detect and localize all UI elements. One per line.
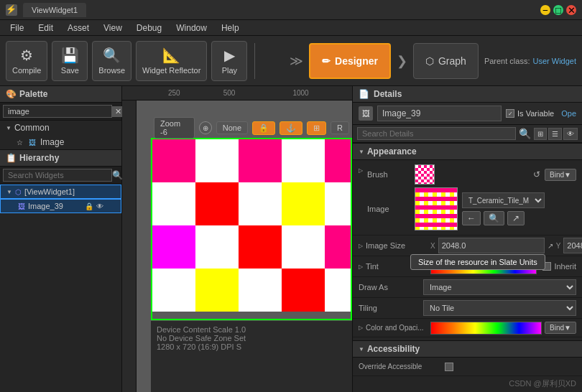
- override-accessible-value: [445, 363, 576, 371]
- tiling-row: Tiling No Tile: [353, 298, 582, 319]
- y-label: Y: [556, 242, 561, 250]
- widget-reflector-button[interactable]: 📐 Widget Reflector: [136, 41, 207, 81]
- view-eye-button[interactable]: 👁: [563, 128, 578, 140]
- hier-child-icon: 🖼: [18, 202, 25, 210]
- ruler-mark-500: 500: [223, 89, 236, 97]
- canvas-none-button[interactable]: None: [216, 121, 248, 134]
- image-search-button[interactable]: 🔍: [484, 211, 504, 225]
- brush-reset-icon[interactable]: ↺: [533, 169, 540, 179]
- section-triangle-icon: ▼: [359, 149, 364, 155]
- open-label[interactable]: Ope: [561, 109, 576, 118]
- canvas-grid-btn[interactable]: ⊞: [307, 121, 326, 135]
- play-icon: ▶: [224, 47, 235, 64]
- appearance-section-header: ▼ Appearance: [353, 143, 582, 160]
- details-search-input[interactable]: [357, 127, 516, 140]
- maximize-button[interactable]: □: [553, 5, 563, 15]
- graph-icon: ⬡: [425, 55, 434, 67]
- designer-label: Designer: [335, 55, 378, 67]
- svg-rect-19: [195, 225, 239, 269]
- designer-icon: ✏: [322, 55, 331, 67]
- widget-name-input[interactable]: [377, 106, 502, 121]
- hierarchy-root-label: [ViewWidget1]: [24, 187, 75, 196]
- browse-button[interactable]: 🔍 Browse: [92, 41, 131, 81]
- canvas-anchor-btn[interactable]: ⚓: [280, 121, 302, 135]
- title-bar-left: ⚡ ViewWidget1: [6, 3, 86, 17]
- right-panel: 📄 Details 🖼 ✓ Is Variable Ope 🔍 ⊞ ☰ 👁: [352, 86, 582, 392]
- title-tab[interactable]: ViewWidget1: [23, 3, 86, 17]
- designer-button[interactable]: ✏ Designer: [309, 43, 391, 79]
- parent-class-value[interactable]: User Widget: [532, 57, 576, 65]
- play-button[interactable]: ▶ Play: [211, 41, 247, 81]
- image-size-x-input[interactable]: [438, 238, 545, 253]
- hierarchy-child-item[interactable]: 🖼 Image_39 🔒 👁: [0, 199, 121, 213]
- menu-file[interactable]: File: [3, 22, 31, 34]
- image-browse-button[interactable]: ↗: [507, 211, 525, 225]
- minimize-button[interactable]: −: [540, 5, 550, 15]
- lock-icon: 🔒: [85, 202, 93, 210]
- image-size-y-input[interactable]: [563, 238, 582, 253]
- save-button[interactable]: 💾 Save: [52, 41, 88, 81]
- brush-label: Brush: [367, 170, 410, 179]
- is-variable-checkbox[interactable]: ✓: [506, 109, 514, 118]
- details-title: Details: [374, 89, 402, 99]
- menu-help[interactable]: Help: [214, 22, 246, 34]
- parent-class: Parent class: User Widget: [484, 57, 576, 65]
- triangle-icon: ▼: [6, 125, 11, 131]
- menu-window[interactable]: Window: [169, 22, 214, 34]
- palette-search-input[interactable]: [3, 105, 112, 118]
- zoom-icon[interactable]: ⊕: [199, 121, 211, 134]
- hierarchy-root-item[interactable]: ▼ ⬡ [ViewWidget1]: [0, 185, 121, 199]
- tiling-select[interactable]: No Tile: [423, 300, 576, 316]
- accessibility-section-header: ▼ Accessibility: [353, 340, 582, 358]
- draw-as-select[interactable]: Image: [423, 279, 576, 295]
- canvas-zoom-label: Zoom -6: [154, 117, 195, 139]
- color-bind-button[interactable]: Bind▼: [545, 322, 576, 334]
- hierarchy-search-box: 🔍: [0, 167, 121, 185]
- canvas-area[interactable]: Zoom -6 ⊕ None 🔒 ⚓ ⊞ R: [137, 101, 352, 392]
- hierarchy-header: 📋 Hierarchy: [0, 150, 121, 167]
- palette-search-box: ✕: [0, 103, 121, 121]
- is-variable-label: Is Variable: [517, 109, 554, 118]
- menu-view[interactable]: View: [96, 22, 129, 34]
- close-button[interactable]: ✕: [566, 5, 576, 15]
- image-size-triangle: ▷: [359, 243, 363, 249]
- image-size-row: ▷ Image Size X ↗ Y ↗ Size of the resourc…: [353, 235, 582, 256]
- browse-icon: 🔍: [103, 47, 121, 64]
- hier-triangle-icon: ▼: [6, 189, 12, 195]
- menu-asset[interactable]: Asset: [60, 22, 96, 34]
- reflector-icon: 📐: [162, 47, 180, 64]
- save-icon: 💾: [61, 47, 79, 64]
- menu-edit[interactable]: Edit: [31, 22, 60, 34]
- brush-bind-button[interactable]: Bind▼: [545, 169, 576, 181]
- brush-preview: [415, 164, 435, 185]
- svg-rect-13: [152, 182, 195, 225]
- palette-item-image[interactable]: ☆ 🖼 Image: [0, 135, 121, 149]
- color-opacity-bar[interactable]: [430, 322, 542, 335]
- svg-rect-9: [195, 139, 239, 182]
- view-grid-button[interactable]: ⊞: [534, 128, 547, 140]
- hierarchy-search-input[interactable]: [3, 169, 112, 182]
- tint-inherit-label: Inherit: [554, 262, 576, 271]
- status-line-3: 1280 x 720 (16:9) DPI S: [157, 342, 346, 351]
- view-list-button[interactable]: ☰: [548, 128, 562, 140]
- compile-button[interactable]: ⚙ Compile: [6, 41, 47, 81]
- chevron-icon: ≫: [290, 53, 303, 69]
- override-accessible-checkbox[interactable]: [445, 363, 453, 371]
- chevron-right-icon: ❯: [397, 53, 407, 69]
- canvas-ruler-top: 250 500 1000 1500: [122, 86, 352, 101]
- details-icon: 📄: [359, 89, 369, 99]
- svg-rect-22: [325, 225, 351, 269]
- image-actions: ← 🔍 ↗: [462, 211, 576, 225]
- canvas-r-button[interactable]: R: [331, 121, 349, 134]
- graph-button[interactable]: ⬡ Graph: [413, 43, 479, 79]
- menu-debug[interactable]: Debug: [129, 22, 169, 34]
- app-icon: ⚡: [6, 4, 17, 16]
- graph-label: Graph: [438, 55, 466, 67]
- svg-rect-16: [282, 182, 325, 225]
- main-layout: 🎨 Palette ✕ ▼ Common ☆ 🖼 Image 📋 Hierarc…: [0, 86, 582, 392]
- canvas-lock-btn[interactable]: 🔒: [252, 121, 275, 135]
- image-left-arrow[interactable]: ←: [462, 211, 481, 225]
- x-label: X: [430, 242, 435, 250]
- image-name-select[interactable]: T_Ceramic_Tile_M: [462, 192, 545, 208]
- palette-title: Palette: [19, 89, 47, 99]
